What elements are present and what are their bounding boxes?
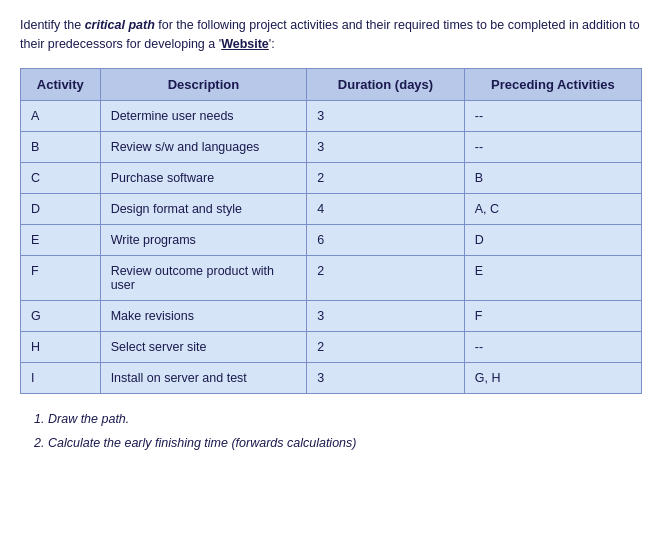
footer-item-2: Calculate the early finishing time (forw…: [48, 434, 642, 453]
table-row: CPurchase software2B: [21, 162, 642, 193]
cell-preceding: --: [464, 331, 641, 362]
cell-description: Purchase software: [100, 162, 307, 193]
cell-preceding: G, H: [464, 362, 641, 393]
table-row: HSelect server site2--: [21, 331, 642, 362]
header-description: Description: [100, 68, 307, 100]
footer-item-1: Draw the path.: [48, 410, 642, 429]
cell-description: Determine user needs: [100, 100, 307, 131]
cell-description: Install on server and test: [100, 362, 307, 393]
activities-table: Activity Description Duration (days) Pre…: [20, 68, 642, 394]
cell-preceding: E: [464, 255, 641, 300]
table-row: IInstall on server and test3G, H: [21, 362, 642, 393]
header-duration: Duration (days): [307, 68, 465, 100]
cell-activity: C: [21, 162, 101, 193]
cell-duration: 3: [307, 131, 465, 162]
table-row: DDesign format and style4A, C: [21, 193, 642, 224]
cell-preceding: D: [464, 224, 641, 255]
footer-list: Draw the path.Calculate the early finish…: [20, 410, 642, 454]
cell-activity: I: [21, 362, 101, 393]
intro-paragraph: Identify the critical path for the follo…: [20, 16, 642, 54]
cell-description: Design format and style: [100, 193, 307, 224]
cell-preceding: A, C: [464, 193, 641, 224]
cell-duration: 2: [307, 331, 465, 362]
cell-description: Make revisions: [100, 300, 307, 331]
cell-duration: 3: [307, 100, 465, 131]
cell-preceding: B: [464, 162, 641, 193]
table-row: FReview outcome product with user2E: [21, 255, 642, 300]
cell-activity: B: [21, 131, 101, 162]
cell-activity: A: [21, 100, 101, 131]
cell-duration: 2: [307, 255, 465, 300]
cell-duration: 4: [307, 193, 465, 224]
header-activity: Activity: [21, 68, 101, 100]
table-row: EWrite programs6D: [21, 224, 642, 255]
cell-activity: G: [21, 300, 101, 331]
table-row: ADetermine user needs3--: [21, 100, 642, 131]
cell-activity: F: [21, 255, 101, 300]
cell-activity: D: [21, 193, 101, 224]
cell-duration: 3: [307, 300, 465, 331]
table-header-row: Activity Description Duration (days) Pre…: [21, 68, 642, 100]
cell-preceding: --: [464, 100, 641, 131]
header-preceding: Preceding Activities: [464, 68, 641, 100]
cell-description: Write programs: [100, 224, 307, 255]
cell-duration: 2: [307, 162, 465, 193]
cell-preceding: F: [464, 300, 641, 331]
cell-duration: 6: [307, 224, 465, 255]
cell-activity: H: [21, 331, 101, 362]
cell-activity: E: [21, 224, 101, 255]
cell-description: Select server site: [100, 331, 307, 362]
cell-description: Review s/w and languages: [100, 131, 307, 162]
cell-duration: 3: [307, 362, 465, 393]
table-row: BReview s/w and languages3--: [21, 131, 642, 162]
cell-description: Review outcome product with user: [100, 255, 307, 300]
cell-preceding: --: [464, 131, 641, 162]
table-row: GMake revisions3F: [21, 300, 642, 331]
